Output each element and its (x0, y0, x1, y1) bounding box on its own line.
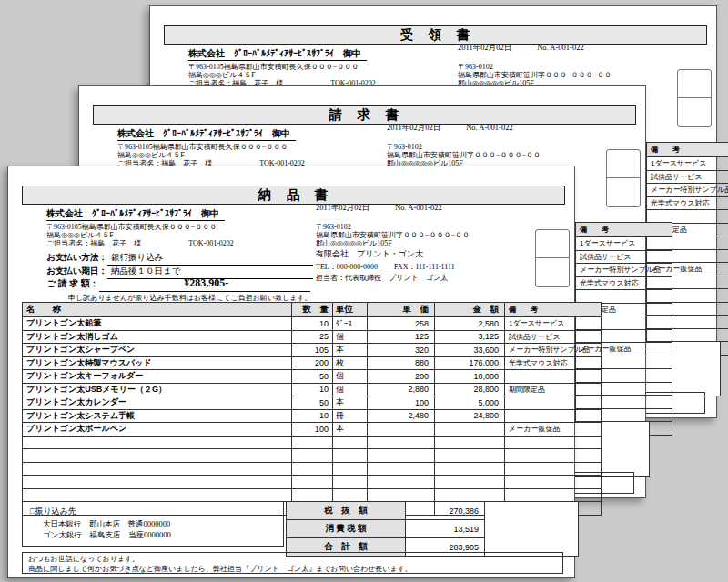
cell-qty: 50 (292, 396, 333, 410)
footer-line-2: 商品に関しまして何かお気づき点など御座いましたら、弊社担当『プリント ゴン太』ま… (28, 565, 562, 575)
cell-note (505, 462, 602, 476)
issuer-address2: 郡山◎◎◎◎◎ビル105F (316, 239, 470, 247)
cell-name: プリントゴン太USBメモリー（２G） (23, 383, 292, 396)
table-row: プリントゴン太USBメモリー（２G）10個2,88028,800期間限定品 (23, 383, 602, 396)
document-title: 請 求 書 (93, 105, 636, 125)
cell-qty (292, 462, 333, 476)
table-row (23, 436, 602, 449)
stamp-cell-bottom (678, 98, 711, 126)
header-unit: 単位 (333, 303, 368, 317)
payment-method-value: 銀行振り込み (107, 252, 313, 266)
table-row (23, 462, 602, 476)
header-note: 備 考 (647, 143, 728, 157)
stamp-cell-top (607, 150, 640, 178)
items-table: 名 称 数 量 単位 単 価 金 額 備 考 プリントゴン太鉛筆10ﾀﾞｰｽ25… (22, 302, 602, 516)
table-row (23, 488, 602, 502)
cell-unit: ﾀﾞｰｽ (333, 317, 368, 331)
cell-note: メーカー特別サンプル品 (576, 264, 672, 277)
bank-account-1: 大日本銀行 郡山本店 普通0000000 (43, 518, 283, 529)
cell-unit: 本 (333, 423, 368, 436)
issuer-zip: 〒963-0102 (387, 143, 541, 151)
bank-account-2: ゴン太銀行 福島支店 当座0000000 (43, 529, 283, 540)
cell-price: 880 (368, 356, 435, 370)
issuer-address1: 福島県郡山市安積町笹川字０００−０００−００ (316, 231, 470, 239)
cell-amount (435, 462, 505, 476)
cell-unit: 冊 (333, 409, 368, 423)
bank-transfer-box: □振り込み先 大日本銀行 郡山本店 普通0000000 ゴン太銀行 福島支店 当… (22, 501, 284, 547)
cell-note (576, 290, 672, 304)
issuer-address1: 福島県郡山市安積町笹川字０００−０００−００ (387, 151, 541, 159)
tax-value: 13,519 (406, 520, 485, 538)
recipient-name: 株式会社 ｸﾞﾛｰﾊﾞﾙﾒﾃﾞｨｱｻｰﾋﾞｽｻﾌﾟﾗｲ 御中 (188, 47, 367, 61)
recipient-name: 株式会社 ｸﾞﾛｰﾊﾞﾙﾒﾃﾞｨｱｻｰﾋﾞｽｻﾌﾟﾗｲ 御中 (46, 207, 225, 221)
table-row: プリントゴン太システム手帳10冊2,48024,800 (23, 409, 602, 423)
cell-price: 2,880 (368, 383, 435, 396)
issuer-address1: 福島県郡山市安積町笹川字０００−０００−００ (458, 71, 612, 79)
cell-name: プリントゴン太ボールペン (23, 423, 292, 436)
cell-qty (292, 449, 333, 463)
cell-note: メーカー販促品 (505, 423, 602, 436)
cell-name: プリントゴン太シャープペン (23, 344, 292, 357)
cell-amount (435, 423, 505, 436)
cell-amount (435, 449, 505, 463)
stamp-cell-bottom (536, 258, 569, 286)
cell-amount: 10,000 (435, 370, 505, 384)
cell-note (505, 370, 602, 384)
header-qty: 数 量 (292, 303, 333, 317)
cell-amount: 33,600 (435, 344, 505, 357)
cell-name: プリントゴン太キーフォルダー (23, 370, 292, 384)
cell-note: 1ダースサービス (576, 237, 672, 251)
recipient-code: TOK-001-0202 (188, 239, 234, 247)
cell-name: プリントゴン太特製マウスパッド (23, 356, 292, 370)
cell-name: プリントゴン太システム手帳 (23, 409, 292, 423)
cell-price (368, 476, 435, 489)
cell-name (23, 449, 292, 463)
table-row: プリントゴン太鉛筆10ﾀﾞｰｽ2582,5801ダースサービス (23, 317, 602, 331)
issue-date: 2011年02月02日 (387, 123, 440, 132)
cell-qty (292, 436, 333, 449)
payment-due-label: お支払い期日： (46, 266, 107, 276)
recipient-address2: 福島◎◎◎ビル４５F (188, 71, 376, 79)
header-name: 名 称 (23, 303, 292, 317)
issuer-tel: TEL：000-000-0000 (316, 263, 378, 271)
issue-date: 2011年02月02日 (458, 43, 511, 52)
totals-table: 税 抜 額 270,386 消 費 税 額 13,519 合 計 額 283,9… (286, 501, 579, 557)
cell-unit (333, 436, 368, 449)
table-row: プリントゴン太消しゴム25個1253,125試供品サービス (23, 330, 602, 344)
cell-unit: 本 (333, 344, 368, 357)
cell-name (23, 476, 292, 489)
cell-note (505, 396, 602, 410)
subtotal-value: 270,386 (406, 502, 485, 520)
recipient-address1: 〒963-0105福島県郡山市安積町長久保０００−０００ (117, 143, 305, 151)
recipient-address2: 福島◎◎◎ビル４５F (46, 231, 234, 239)
recipient-address1: 〒963-0105福島県郡山市安積町長久保０００−０００ (46, 223, 234, 231)
document-number: No. A-001-022 (466, 123, 512, 132)
table-row: プリントゴン太シャープペン105本32033,600メーカー特別サンプル品 (23, 344, 602, 357)
cell-name (23, 462, 292, 476)
cell-note: 試供品サービス (576, 250, 672, 264)
table-row: プリントゴン太ボールペン100本メーカー販促品 (23, 423, 602, 436)
cell-unit: 個 (333, 330, 368, 344)
cell-qty (292, 476, 333, 489)
cell-price: 200 (368, 370, 435, 384)
recipient-contact: ご担当者名：福島 花子 様 (46, 239, 141, 247)
desk-background: 受 領 書 2011年02月02日No. A-001-022 株式会社 ｸﾞﾛｰ… (0, 0, 728, 582)
cell-note (647, 210, 728, 224)
recipient-address2: 福島◎◎◎ビル４５F (117, 151, 305, 159)
issuer-company: 有限会社 プリント・ゴン太 (316, 250, 470, 258)
cell-price (368, 488, 435, 502)
stamp-box (677, 69, 712, 127)
cell-qty: 100 (292, 423, 333, 436)
recipient-name: 株式会社 ｸﾞﾛｰﾊﾞﾙﾒﾃﾞｨｱｻｰﾋﾞｽｻﾌﾟﾗｲ 御中 (117, 127, 296, 141)
header-amount: 金 額 (435, 303, 505, 317)
cell-amount (435, 476, 505, 489)
cell-name (23, 488, 292, 502)
cell-unit (333, 488, 368, 502)
subtotal-row: 税 抜 額 270,386 (287, 502, 579, 520)
stamp-cell-top (678, 70, 711, 98)
cell-note: メーカー特別サンプル品 (647, 184, 728, 197)
totals-note-cell (485, 502, 579, 557)
cell-note: 試供品サービス (505, 330, 602, 344)
cell-price: 2,480 (368, 409, 435, 423)
billing-amount-line: ご 請 求 額：¥283,905- (46, 276, 310, 292)
